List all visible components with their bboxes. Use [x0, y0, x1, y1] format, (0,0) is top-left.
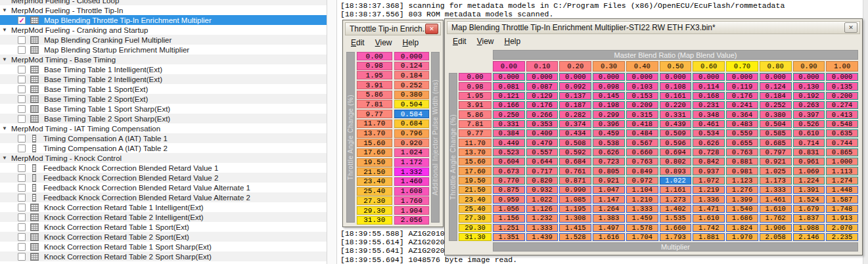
blend-cell[interactable]: 1.540: [726, 205, 758, 213]
tree-table-row[interactable]: Feedback Knock Correction Blended Retard…: [0, 163, 327, 173]
blend-cell[interactable]: 1.276: [726, 186, 758, 194]
blend-cell[interactable]: 1.686: [726, 214, 758, 222]
blend-row-header[interactable]: 11.70: [459, 139, 491, 146]
blend-cell[interactable]: 1.173: [760, 177, 792, 185]
value-cell[interactable]: 2.056: [394, 216, 430, 225]
blend-cell[interactable]: 0.168: [693, 92, 725, 100]
blend-row-header[interactable]: 0.00: [459, 73, 491, 81]
blend-cell[interactable]: 1.000: [826, 158, 858, 165]
expand-triangle-icon[interactable]: ▼: [2, 55, 11, 64]
expand-triangle-icon[interactable]: ▼: [2, 25, 11, 35]
blend-cell[interactable]: 1.333: [626, 205, 658, 213]
blend-cell[interactable]: 0.604: [493, 158, 525, 165]
tree-table-row[interactable]: Base Timing Table 1 Intelligent(Ext): [0, 64, 327, 74]
blend-cell[interactable]: 0.596: [660, 139, 692, 146]
tree-checkbox[interactable]: [18, 36, 26, 44]
blend-cell[interactable]: 0.331: [660, 110, 692, 118]
x-axis-cell[interactable]: 1.95: [357, 71, 392, 79]
x-axis-cell[interactable]: 31.30: [357, 216, 392, 225]
tree-table-row[interactable]: Knock Correction Retard Table 1 Sport Sh…: [0, 242, 327, 252]
blend-cell[interactable]: 0.187: [559, 101, 591, 109]
x-axis-cell[interactable]: 25.40: [357, 187, 392, 196]
window-titlebar[interactable]: Throttle Tip-in Enrich... ✕: [345, 22, 441, 35]
blend-cell[interactable]: 1.333: [526, 224, 559, 232]
blend-cell[interactable]: 0.717: [526, 167, 559, 175]
x-axis-cell[interactable]: 7.81: [357, 100, 392, 108]
blend-cell[interactable]: 0.961: [793, 158, 825, 165]
blend-cell[interactable]: 0.000: [526, 73, 559, 81]
blend-cell[interactable]: 0.714: [793, 139, 825, 146]
blend-cell[interactable]: 0.153: [626, 92, 658, 100]
blend-cell[interactable]: 0.092: [559, 82, 591, 90]
blend-cell[interactable]: 2.058: [760, 233, 792, 241]
blend-cell[interactable]: 0.114: [693, 82, 725, 90]
tree-table-row[interactable]: Knock Correction Retard Table 2 Intellig…: [0, 212, 327, 222]
blend-cell[interactable]: 0.000: [793, 73, 825, 81]
value-cell[interactable]: 0.584: [394, 110, 430, 118]
value-cell[interactable]: 0.504: [394, 100, 430, 108]
value-cell[interactable]: 1.460: [394, 177, 430, 186]
blend-cell[interactable]: 1.528: [559, 233, 591, 241]
blend-cell[interactable]: 0.384: [493, 129, 525, 137]
expand-triangle-icon[interactable]: ▼: [2, 153, 11, 163]
blend-row-header[interactable]: 21.50: [459, 186, 491, 194]
tree-table-row[interactable]: Knock Correction Retard Table 2 Sport Sh…: [0, 252, 327, 261]
tree-table-row[interactable]: Base Timing Table 1 Sport(Ext): [0, 84, 327, 94]
blend-cell[interactable]: 0.418: [626, 120, 658, 128]
blend-cell[interactable]: 0.241: [726, 101, 758, 109]
tree-checkbox[interactable]: [18, 76, 26, 83]
blend-cell[interactable]: 0.250: [493, 110, 525, 118]
tree-table-row[interactable]: Knock Correction Retard Table 1 Intellig…: [0, 202, 327, 212]
value-cell[interactable]: 0.184: [394, 71, 430, 79]
menu-item-view[interactable]: View: [477, 37, 494, 46]
tree-table-row[interactable]: Base Timing Table 2 Sport Sharp(Ext): [0, 114, 327, 123]
close-icon[interactable]: ✕: [844, 22, 857, 33]
blend-cell[interactable]: 0.103: [626, 82, 658, 90]
tree-table-row[interactable]: Base Timing Table 2 Intelligent(Ext): [0, 74, 327, 84]
blend-cell[interactable]: 0.684: [559, 158, 591, 165]
tree-checkbox[interactable]: [18, 233, 26, 241]
blend-cell[interactable]: 1.351: [493, 233, 525, 241]
blend-cell[interactable]: 0.592: [559, 148, 591, 156]
blend-cell[interactable]: 0.761: [559, 167, 591, 175]
blend-cell[interactable]: 0.585: [760, 129, 792, 137]
tree-checkbox[interactable]: [18, 194, 26, 202]
blend-cell[interactable]: 1.147: [593, 195, 625, 203]
blend-cell[interactable]: 0.875: [493, 186, 525, 194]
blend-cell[interactable]: 0.831: [793, 148, 825, 156]
tree-checkbox[interactable]: [18, 204, 26, 211]
blend-row-header[interactable]: 15.60: [459, 158, 491, 165]
value-cell[interactable]: 0.000: [394, 52, 430, 60]
blend-row-header[interactable]: 1.95: [459, 92, 491, 100]
blend-cell[interactable]: 0.130: [793, 82, 825, 90]
blend-cell[interactable]: 0.744: [826, 139, 858, 146]
x-axis-cell[interactable]: 0.98: [357, 62, 392, 70]
blend-col-header[interactable]: 0.70: [726, 61, 758, 72]
blend-cell[interactable]: 0.802: [660, 158, 692, 165]
tree-checkbox[interactable]: [18, 174, 26, 182]
blend-cell[interactable]: 1.988: [793, 224, 825, 232]
tree-table-row[interactable]: Timing Compensation A (IAT) Table 2: [0, 143, 327, 153]
blend-cell[interactable]: 1.219: [693, 186, 725, 194]
blend-cell[interactable]: 0.374: [559, 120, 591, 128]
blend-cell[interactable]: 0.871: [559, 177, 591, 185]
blend-cell[interactable]: 0.644: [526, 158, 559, 165]
x-axis-cell[interactable]: 27.30: [357, 196, 392, 205]
blend-cell[interactable]: 1.232: [526, 214, 559, 222]
blend-cell[interactable]: 0.557: [526, 148, 559, 156]
blend-cell[interactable]: 1.742: [693, 224, 725, 232]
blend-cell[interactable]: 0.921: [593, 177, 625, 185]
value-cell[interactable]: 0.920: [394, 139, 430, 147]
tree-checkbox[interactable]: [18, 253, 26, 261]
tree-table-row[interactable]: Knock Correction Retard Table 2 Sport(Ex…: [0, 232, 327, 242]
blend-cell[interactable]: 0.635: [826, 129, 858, 137]
value-cell[interactable]: 1.332: [394, 167, 430, 176]
blend-cell[interactable]: 0.673: [493, 167, 525, 175]
blend-cell[interactable]: 0.184: [760, 92, 792, 100]
blend-col-header[interactable]: 0.00: [493, 61, 525, 72]
x-axis-cell[interactable]: 13.70: [357, 129, 392, 138]
blend-row-header[interactable]: 23.40: [459, 195, 491, 203]
blend-cell[interactable]: 0.161: [660, 92, 692, 100]
tree-checkbox[interactable]: [18, 66, 26, 74]
blend-col-header[interactable]: 1.00: [826, 61, 858, 72]
